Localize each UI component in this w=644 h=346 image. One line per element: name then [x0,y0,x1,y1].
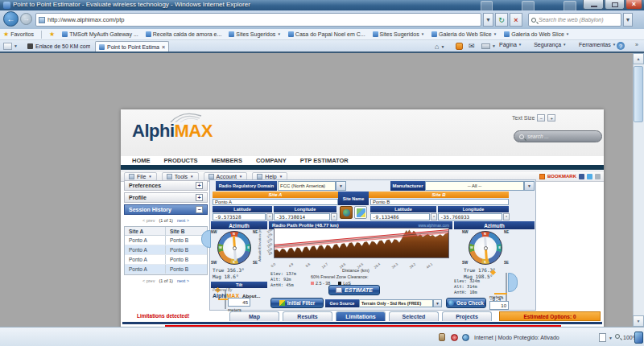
initial-filter-button[interactable]: Initial Filter [270,298,324,308]
site-a-latitude-field[interactable]: -9.573528 [213,213,266,220]
tab-limitations[interactable]: Limitations [336,311,386,321]
chevron-down-icon[interactable]: ▼ [336,181,346,191]
tab-close-icon[interactable]: × [162,44,165,50]
session-row[interactable]: Ponto APonto B [125,255,207,265]
forward-button[interactable]: → [20,13,32,25]
sidebar-item-session-history[interactable]: Session History − [124,204,208,215]
nav-item-members[interactable]: MEMBERS [212,157,242,164]
menu-tools[interactable]: Tools▼ [162,172,199,181]
site-b-compass[interactable]: NSWE [469,231,502,265]
print-dropdown-icon[interactable]: ▼ [492,43,496,48]
site-a-name-field[interactable]: Ponto A [213,199,338,205]
favorites-bar-item[interactable]: TMSoft MyAuth Gateway ... [62,31,138,37]
nav-item-company[interactable]: COMPANY [256,157,287,164]
favorites-button[interactable]: ★ Favoritos [3,31,34,38]
share-icon[interactable] [595,174,601,179]
quick-tabs-dropdown-icon[interactable]: ▼ [14,43,18,48]
scroll-up-icon[interactable]: ▲ [633,53,644,64]
estimate-button[interactable]: ESTIMATE [328,285,380,295]
nav-item-products[interactable]: PRODUCTS [164,157,198,164]
chevron-down-icon[interactable]: ▼ [277,32,280,36]
next-link[interactable]: next > [177,278,189,283]
text-size-decrease-button[interactable]: − [537,114,545,122]
panel-collapse-handle-left[interactable] [201,230,211,248]
prev-link[interactable]: < prev [142,218,155,223]
add-favorite-star-icon[interactable]: ★ [49,31,55,38]
degree-toggle-button[interactable]: ° [503,213,510,220]
chevron-down-icon[interactable]: ▼ [421,32,424,36]
site-b-name-field[interactable]: Ponto B [370,199,509,205]
command-ferramentas[interactable]: Ferramentas▼ [579,42,616,47]
favorites-bar-item[interactable]: Casa do Papai Noel em C... [288,31,365,37]
text-size-increase-button[interactable]: + [547,114,555,122]
map-icon[interactable] [354,206,367,219]
back-button[interactable]: ← [3,11,19,27]
bookmark-icon[interactable] [539,174,545,179]
degree-toggle-button[interactable]: ° [266,213,273,220]
regulatory-domain-select[interactable]: FCC (North America) [278,181,336,191]
favorites-bar-item[interactable]: Receita calda de amora e... [146,31,222,37]
site-b-longitude-field[interactable]: -35.766933 [438,213,502,220]
session-row[interactable]: Ponto APonto B [125,265,207,274]
read-mail-icon[interactable]: ✉ [469,42,475,50]
next-link[interactable]: next > [177,218,189,223]
chevron-down-icon[interactable]: ▼ [566,32,569,36]
expand-icon[interactable]: + [196,194,203,201]
chevron-down-icon[interactable]: ▼ [524,181,535,191]
nav-item-ptp-estimator[interactable]: PTP ESTIMATOR [300,157,349,164]
browser-tab[interactable]: Point to Point Estimato...× [95,41,169,51]
tab-map[interactable]: Map [229,311,279,321]
addon-icon[interactable] [634,332,643,344]
search-dropdown-icon[interactable]: ▼ [623,13,633,27]
site-search-input[interactable]: search ... [514,130,602,142]
favorites-bar-item[interactable]: Galeria do Web Slice▼ [431,31,497,37]
geo-check-button[interactable]: Geo Check [446,298,486,308]
overflow-chevron-icon[interactable]: » [635,42,638,47]
nav-item-home[interactable]: HOME [132,157,151,164]
menu-file[interactable]: File▼ [124,172,157,181]
degree-toggle-button[interactable]: ° [431,213,437,220]
prev-link[interactable]: < prev [142,278,155,283]
maximize-button[interactable] [605,0,625,10]
facebook-icon[interactable] [579,174,584,179]
degree-toggle-button[interactable]: ° [331,213,337,220]
geo-source-select[interactable]: Terrain Only - Std Res (FREE) [359,299,433,307]
google-earth-icon[interactable] [340,206,353,219]
stop-icon[interactable]: × [510,13,522,27]
scrollbar-thumb[interactable] [634,66,643,122]
chevron-down-icon[interactable]: ▼ [609,336,613,340]
session-row[interactable]: Ponto APonto B [125,236,207,245]
command-página[interactable]: Página▼ [499,42,522,47]
chevron-down-icon[interactable]: ▼ [433,299,442,307]
tab-selected[interactable]: Selected [389,311,439,321]
favorites-bar-item[interactable]: Galeria do Web Slice▼ [504,31,569,37]
web-search-input[interactable]: Search the web (Babylon) [528,13,621,27]
rss-feed-icon[interactable] [456,43,463,50]
scroll-down-icon[interactable]: ▼ [633,315,644,327]
close-button[interactable]: × [625,0,642,10]
quick-tabs-icon[interactable] [3,43,12,50]
home-icon[interactable]: ⌂▼ [435,43,444,51]
url-dropdown-icon[interactable]: ▼ [483,13,493,27]
sidebar-item-profile[interactable]: Profile + [124,192,208,203]
site-a-antenna-height-input[interactable]: 45 [228,298,250,307]
zoom-icon[interactable] [615,334,620,339]
tab-results[interactable]: Results [283,311,332,321]
site-b-latitude-field[interactable]: -9.133486 [370,213,430,220]
help-icon[interactable]: ? [617,42,625,50]
site-a-compass[interactable]: NSWE [217,231,251,265]
sidebar-item-preferences[interactable]: Preferences + [124,180,208,191]
collapse-icon[interactable]: − [196,206,203,213]
expand-icon[interactable]: + [196,182,203,189]
refresh-icon[interactable]: ↻ [495,13,508,27]
url-field[interactable]: http://www.alphimax.com/ptp [35,13,481,27]
tab-projects[interactable]: Projects [442,311,492,321]
chevron-down-icon[interactable]: ▼ [493,32,497,36]
print-icon[interactable] [481,43,490,49]
site-a-longitude-field[interactable]: -35.738014 [274,213,330,220]
session-row[interactable]: Ponto APonto B [125,245,207,255]
browser-tab[interactable]: Enlace de 50 KM com Roc... [24,41,93,51]
twitter-icon[interactable] [587,174,592,179]
command-segurança[interactable]: Segurança▼ [534,42,566,47]
favorites-bar-item[interactable]: Sites Sugeridos▼ [373,31,425,37]
